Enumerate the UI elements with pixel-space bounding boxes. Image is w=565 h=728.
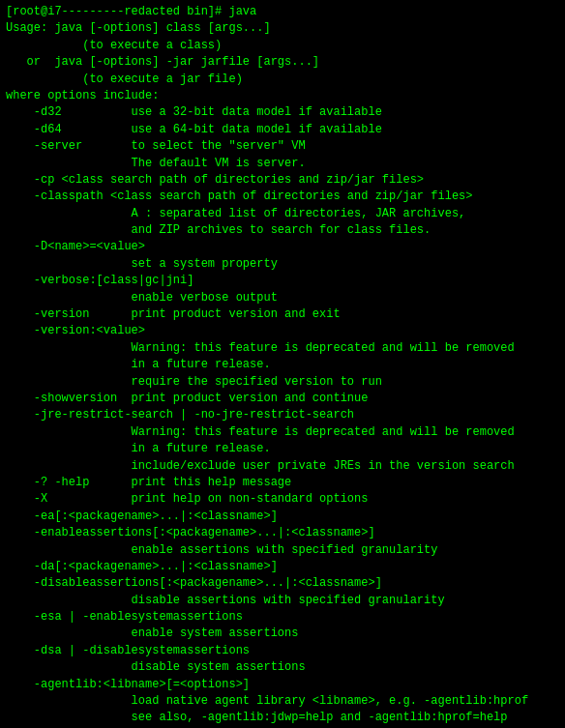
terminal-line: -D<name>=<value> <box>6 239 559 255</box>
terminal-line: or java [-options] -jar jarfile [args...… <box>6 54 559 71</box>
terminal-line: -d32 use a 32-bit data model if availabl… <box>6 104 559 121</box>
terminal-line: require the specified version to run <box>6 374 559 391</box>
terminal-line: disable system assertions <box>6 659 559 676</box>
terminal-line: -dsa | -disablesystemassertions <box>6 643 559 659</box>
terminal-line: -verbose:[class|gc|jni] <box>6 273 559 289</box>
terminal-line: enable system assertions <box>6 626 559 642</box>
terminal-line: (to execute a jar file) <box>6 72 559 88</box>
terminal-line: -ea[:<packagename>...|:<classname>] <box>6 509 559 525</box>
terminal-line: -esa | -enablesystemassertions <box>6 609 559 626</box>
terminal-line: enable verbose output <box>6 290 559 306</box>
terminal-line: -classpath <class search path of directo… <box>6 189 559 205</box>
terminal-line: load native agent library <libname>, e.g… <box>6 693 559 710</box>
terminal-line: -version print product version and exit <box>6 306 559 323</box>
terminal-line: see also, -agentlib:jdwp=help and -agent… <box>6 710 559 726</box>
terminal-line: in a future release. <box>6 441 559 457</box>
terminal-line: The default VM is server. <box>6 156 559 172</box>
terminal-line: disable assertions with specified granul… <box>6 593 559 609</box>
terminal-line: Usage: java [-options] class [args...] <box>6 20 559 37</box>
terminal-line: -d64 use a 64-bit data model if availabl… <box>6 122 559 138</box>
terminal-line: Warning: this feature is deprecated and … <box>6 424 559 441</box>
terminal-line: -enableassertions[:<packagename>...|:<cl… <box>6 525 559 541</box>
terminal-line: and ZIP archives to search for class fil… <box>6 222 559 239</box>
terminal-line: -disableassertions[:<packagename>...|:<c… <box>6 575 559 592</box>
terminal-line: set a system property <box>6 256 559 273</box>
terminal-line: Warning: this feature is deprecated and … <box>6 340 559 357</box>
terminal-line: -? -help print this help message <box>6 475 559 491</box>
terminal-line: -X print help on non-standard options <box>6 491 559 508</box>
terminal-line: where options include: <box>6 88 559 104</box>
terminal-line: -showversion print product version and c… <box>6 391 559 407</box>
terminal-line: in a future release. <box>6 357 559 373</box>
terminal-line: -da[:<packagename>...|:<classname>] <box>6 559 559 575</box>
terminal-line: -agentlib:<libname>[=<options>] <box>6 677 559 693</box>
terminal-line: -version:<value> <box>6 323 559 339</box>
terminal-line: -cp <class search path of directories an… <box>6 172 559 189</box>
terminal-line: (to execute a class) <box>6 38 559 54</box>
terminal-line: -server to select the "server" VM <box>6 138 559 155</box>
terminal-line: -jre-restrict-search | -no-jre-restrict-… <box>6 407 559 423</box>
terminal-line: include/exclude user private JREs in the… <box>6 458 559 475</box>
terminal-window: [root@i7---------redacted bin]# javaUsag… <box>6 4 559 728</box>
terminal-line: enable assertions with specified granula… <box>6 542 559 559</box>
terminal-line: A : separated list of directories, JAR a… <box>6 206 559 222</box>
terminal-line: [root@i7---------redacted bin]# java <box>6 4 559 20</box>
